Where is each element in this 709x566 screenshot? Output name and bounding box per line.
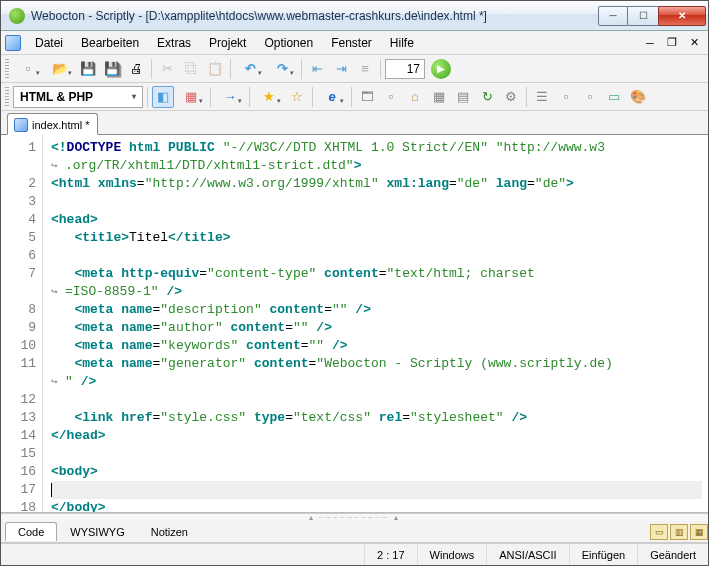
goto-line-input[interactable] [385,59,425,79]
code-line[interactable]: ↪=ISO-8859-1" /> [51,283,702,301]
bookmark-button[interactable] [286,86,308,108]
line-number: 12 [1,391,36,409]
settings-button[interactable] [500,86,522,108]
line-number: 13 [1,409,36,427]
redo-button[interactable] [267,58,297,80]
table-button[interactable] [428,86,450,108]
line-number: 17 [1,481,36,499]
toolbar-separator [147,87,148,107]
line-number: 15 [1,445,36,463]
code-line[interactable]: <title>Titel</title> [51,229,702,247]
mdi-close-icon[interactable]: ✕ [687,36,701,50]
save-all-button[interactable] [101,58,123,80]
tab-label: index.html * [32,119,89,131]
window-titlebar: Webocton - Scriptly - [D:\xampplite\htdo… [1,1,708,31]
code-editor[interactable]: <!DOCTYPE html PUBLIC "-//W3C//DTD XHTML… [43,135,708,512]
code-line[interactable]: <body> [51,463,702,481]
line-number: 14 [1,427,36,445]
toolbar-separator [380,59,381,79]
status-cursor-position: 2 : 17 [364,544,417,565]
language-select[interactable]: HTML & PHP [13,86,143,108]
panel-layout-3-icon[interactable]: ▦ [690,524,708,540]
cut-button[interactable] [156,58,178,80]
undo-button[interactable] [235,58,265,80]
insert-arrow-button[interactable] [215,86,245,108]
code-line[interactable]: </head> [51,427,702,445]
menu-fenster[interactable]: Fenster [323,33,380,53]
refresh-button[interactable] [476,86,498,108]
print-button[interactable] [125,58,147,80]
panel-layout-2-icon[interactable]: ▥ [670,524,688,540]
close-button[interactable]: ✕ [658,6,706,26]
new-file-button[interactable] [13,58,43,80]
menu-bearbeiten[interactable]: Bearbeiten [73,33,147,53]
code-line[interactable] [51,247,702,265]
form-button[interactable] [531,86,553,108]
blank-page-button[interactable] [579,86,601,108]
mdi-minimize-icon[interactable]: ─ [643,36,657,50]
menu-projekt[interactable]: Projekt [201,33,254,53]
line-number [1,283,36,301]
code-line[interactable]: </body> [51,499,702,512]
menu-datei[interactable]: Datei [27,33,71,53]
menu-hilfe[interactable]: Hilfe [382,33,422,53]
window-button[interactable] [356,86,378,108]
menu-extras[interactable]: Extras [149,33,199,53]
document-tab[interactable]: index.html * [7,113,98,135]
code-line[interactable]: <meta name="description" content="" /> [51,301,702,319]
code-line[interactable] [51,193,702,211]
status-platform: Windows [417,544,487,565]
code-line[interactable]: <!DOCTYPE html PUBLIC "-//W3C//DTD XHTML… [51,139,702,157]
code-line[interactable]: <meta name="generator" content="Webocton… [51,355,702,373]
code-line[interactable]: <html xmlns="http://www.w3.org/1999/xhtm… [51,175,702,193]
code-line[interactable]: <meta http-equiv="content-type" content=… [51,265,702,283]
editor-area: 123456789101112131415161718 <!DOCTYPE ht… [1,135,708,513]
code-line[interactable] [51,391,702,409]
line-number: 4 [1,211,36,229]
view-toggle-button[interactable] [152,86,174,108]
home-button[interactable] [404,86,426,108]
open-file-button[interactable] [45,58,75,80]
minimize-button[interactable]: ─ [598,6,628,26]
tab-code[interactable]: Code [5,522,57,541]
save-button[interactable] [77,58,99,80]
color-picker-button[interactable] [176,86,206,108]
code-line[interactable]: <link href="style.css" type="text/css" r… [51,409,702,427]
list-button[interactable] [354,58,376,80]
favorites-button[interactable] [254,86,284,108]
toolbar-grip[interactable] [5,87,9,107]
code-line[interactable]: <meta name="author" content="" /> [51,319,702,337]
maximize-button[interactable]: ☐ [628,6,658,26]
paste-button[interactable] [204,58,226,80]
tab-notizen[interactable]: Notizen [138,522,201,541]
toolbar-grip[interactable] [5,59,9,79]
browser-preview-button[interactable] [317,86,347,108]
toolbar-separator [210,87,211,107]
new-page-button[interactable] [555,86,577,108]
page-button[interactable] [380,86,402,108]
layers-button[interactable] [452,86,474,108]
code-line[interactable]: ↪" /> [51,373,702,391]
toolbar-separator [230,59,231,79]
line-number: 16 [1,463,36,481]
document-icon [5,35,21,51]
image-button[interactable] [603,86,625,108]
file-icon [14,118,28,132]
indent-button[interactable] [330,58,352,80]
code-line[interactable]: ↪.org/TR/xhtml1/DTD/xhtml1-strict.dtd"> [51,157,702,175]
code-line[interactable] [51,445,702,463]
mdi-restore-icon[interactable]: ❐ [665,36,679,50]
panel-layout-1-icon[interactable]: ▭ [650,524,668,540]
horizontal-splitter[interactable]: ▴ ┄┄┄┄┄┄┄┄┄┄ ▴ [1,513,708,521]
code-line[interactable]: <meta name="keywords" content="" /> [51,337,702,355]
copy-button[interactable] [180,58,202,80]
line-number: 18 [1,499,36,513]
code-line[interactable]: <head> [51,211,702,229]
line-number-gutter: 123456789101112131415161718 [1,135,43,512]
goto-line-button[interactable]: ▶ [431,59,451,79]
menu-optionen[interactable]: Optionen [256,33,321,53]
palette-button[interactable] [627,86,649,108]
code-line[interactable] [51,481,702,499]
tab-wysiwyg[interactable]: WYSIWYG [57,522,137,541]
outdent-button[interactable] [306,58,328,80]
